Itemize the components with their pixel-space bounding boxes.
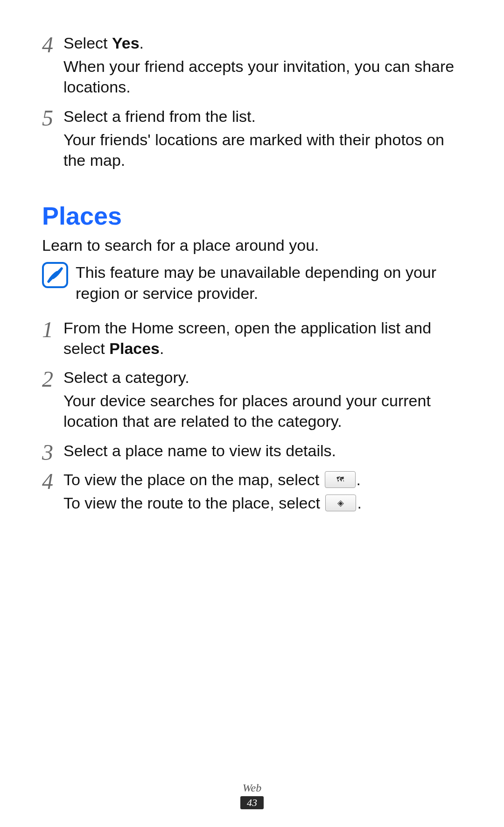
step-text: To view the place on the map, select [63,471,324,488]
step-line: Select a friend from the list. [63,106,462,127]
page: 4Select Yes.When your friend accepts you… [0,0,504,827]
step-text: Select a friend from the list. [63,107,256,125]
map-icon-button: 🗺 [325,471,356,488]
step-text: Yes [112,34,140,52]
step-text: . [140,34,144,52]
step-body: Select a friend from the list.Your frien… [63,106,462,174]
step-text: Places [109,339,160,357]
note-icon [42,262,68,288]
step-line: When your friend accepts your invitation… [63,56,462,97]
step-text: When your friend accepts your invitation… [63,57,454,96]
step-text: . [357,471,361,488]
step-text: Your friends' locations are marked with … [63,131,444,169]
map-icon: 🗺 [336,476,344,483]
step-line: Your friends' locations are marked with … [63,129,462,170]
step: 1From the Home screen, open the applicat… [42,318,462,361]
step-body: Select Yes.When your friend accepts your… [63,33,462,100]
step-body: To view the place on the map, select 🗺.T… [63,469,462,516]
step-line: To view the route to the place, select ◈… [63,493,462,513]
step-text: To view the route to the place, select [63,494,324,512]
step: 4To view the place on the map, select 🗺.… [42,469,462,516]
step-list-bottom: 1From the Home screen, open the applicat… [42,318,462,516]
page-footer: Web 43 [0,782,504,809]
step-line: Select Yes. [63,33,462,53]
info-note: This feature may be unavailable dependin… [42,262,462,303]
section-intro: Learn to search for a place around you. [42,235,462,255]
step-text: . [160,339,164,357]
step-body: Select a place name to view its details. [63,440,462,464]
step: 4Select Yes.When your friend accepts you… [42,33,462,100]
step-number: 1 [42,318,63,341]
step-number: 2 [42,367,63,390]
step-line: Select a category. [63,367,462,388]
footer-page-number: 43 [240,796,264,809]
route-icon-button: ◈ [325,495,356,511]
step: 3Select a place name to view its details… [42,440,462,464]
step-body: From the Home screen, open the applicati… [63,318,462,361]
step: 5Select a friend from the list.Your frie… [42,106,462,174]
step-text: Select [63,34,112,52]
footer-section: Web [0,782,504,794]
section-heading: Places [42,201,462,230]
step-number: 3 [42,440,63,464]
step-text: Select a category. [63,368,189,386]
step-line: From the Home screen, open the applicati… [63,318,462,359]
step-text: Your device searches for places around y… [63,392,431,430]
step-text: . [357,494,361,512]
step-number: 4 [42,33,63,56]
step-body: Select a category.Your device searches f… [63,367,462,435]
step-line: Your device searches for places around y… [63,390,462,431]
route-icon: ◈ [337,499,344,507]
step-line: To view the place on the map, select 🗺. [63,469,462,490]
step-line: Select a place name to view its details. [63,440,462,461]
step-number: 5 [42,106,63,129]
step: 2Select a category.Your device searches … [42,367,462,435]
step-text: Select a place name to view its details. [63,442,336,459]
note-text: This feature may be unavailable dependin… [76,262,462,303]
step-list-top: 4Select Yes.When your friend accepts you… [42,33,462,173]
step-number: 4 [42,469,63,493]
